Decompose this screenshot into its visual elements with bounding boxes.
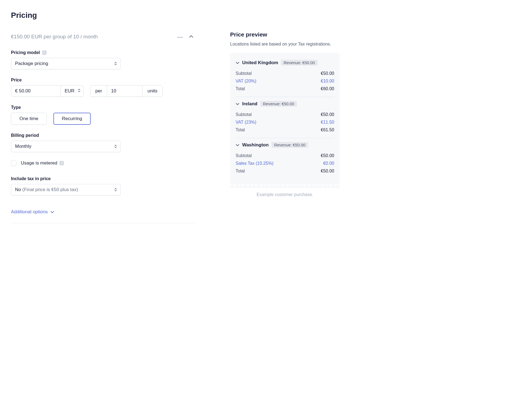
info-icon[interactable]: i [59, 161, 64, 165]
per-label: per [90, 86, 107, 97]
tax-value: €11.50 [321, 120, 334, 125]
info-icon[interactable]: i [42, 50, 47, 55]
page-title: Pricing [11, 11, 195, 20]
select-arrows-icon [114, 62, 117, 66]
price-preview-subtitle: Locations listed are based on your Tax r… [230, 42, 340, 47]
price-preview-title: Price preview [230, 31, 340, 38]
location-name: Ireland [242, 101, 258, 107]
select-arrows-icon [114, 188, 117, 192]
total-value: €50.00 [321, 169, 334, 174]
total-label: Total [236, 169, 245, 174]
select-arrows-icon [114, 144, 117, 148]
collapse-button[interactable] [188, 33, 195, 40]
location-block: Washington Revenue: €50.00 Subtotal €50.… [236, 138, 334, 179]
billing-period-value: Monthly [15, 144, 32, 149]
example-purchase-text: Example customer purchase. [230, 192, 340, 197]
svg-point-2 [181, 37, 182, 38]
revenue-badge: Revenue: €50.00 [271, 142, 308, 148]
location-block: Ireland Revenue: €50.00 Subtotal €50.00 … [236, 97, 334, 138]
billing-period-select[interactable]: Monthly [11, 141, 121, 152]
svg-point-0 [178, 37, 178, 38]
additional-options-toggle[interactable]: Additional options [11, 209, 195, 215]
subtotal-value: €50.00 [321, 112, 334, 117]
location-block: United Kingdom Revenue: €50.00 Subtotal … [236, 56, 334, 97]
price-preview-card: United Kingdom Revenue: €50.00 Subtotal … [230, 53, 340, 185]
type-one-time-button[interactable]: One time [11, 113, 47, 125]
tax-label: VAT (23%) [236, 120, 256, 125]
include-tax-value-prefix: No [15, 187, 21, 192]
quantity-input[interactable] [107, 86, 142, 97]
tax-value: €0.00 [323, 161, 334, 166]
pricing-model-select[interactable]: Package pricing [11, 58, 121, 69]
divider [11, 223, 195, 223]
total-value: €61.50 [321, 127, 334, 132]
chevron-up-icon [189, 35, 193, 39]
tax-label: Sales Tax (10.25%) [236, 161, 273, 166]
currency-value: EUR [65, 88, 75, 94]
pricing-model-label: Pricing model [11, 50, 40, 55]
chevron-down-icon[interactable] [236, 101, 239, 106]
chevron-down-icon[interactable] [236, 60, 239, 65]
total-label: Total [236, 86, 245, 91]
subtotal-label: Subtotal [236, 112, 252, 117]
total-value: €60.00 [321, 86, 334, 91]
currency-select[interactable]: EUR [61, 86, 83, 97]
type-label: Type [11, 105, 21, 110]
revenue-badge: Revenue: €50.00 [260, 101, 297, 107]
include-tax-label: Include tax in price [11, 176, 51, 181]
pricing-summary-text: €150.00 EUR per group of 10 / month [11, 34, 98, 40]
usage-metered-label: Usage is metered [21, 160, 57, 166]
billing-period-label: Billing period [11, 133, 39, 138]
include-tax-value-suffix: (Final price is €50 plus tax) [22, 187, 78, 192]
price-label: Price [11, 78, 22, 83]
include-tax-select[interactable]: No (Final price is €50 plus tax) [11, 184, 121, 195]
subtotal-label: Subtotal [236, 71, 252, 76]
tax-label: VAT (20%) [236, 79, 256, 84]
additional-options-label: Additional options [11, 209, 48, 215]
total-label: Total [236, 127, 245, 132]
revenue-badge: Revenue: €50.00 [281, 60, 318, 66]
price-amount-input[interactable] [11, 86, 61, 97]
chevron-down-icon [50, 209, 54, 215]
subtotal-label: Subtotal [236, 153, 252, 158]
units-label: units [142, 86, 162, 97]
subtotal-value: €50.00 [321, 153, 334, 158]
chevron-down-icon[interactable] [236, 143, 239, 148]
pricing-model-value: Package pricing [15, 61, 48, 66]
usage-metered-checkbox[interactable] [11, 160, 16, 166]
location-name: United Kingdom [242, 60, 278, 66]
tax-value: €10.00 [321, 79, 334, 84]
location-name: Washington [242, 142, 269, 148]
pricing-summary-row: €150.00 EUR per group of 10 / month [11, 33, 195, 40]
svg-point-1 [179, 37, 180, 38]
subtotal-value: €50.00 [321, 71, 334, 76]
more-horizontal-icon [178, 35, 182, 39]
type-recurring-button[interactable]: Recurring [53, 113, 91, 125]
more-options-button[interactable] [176, 33, 184, 40]
